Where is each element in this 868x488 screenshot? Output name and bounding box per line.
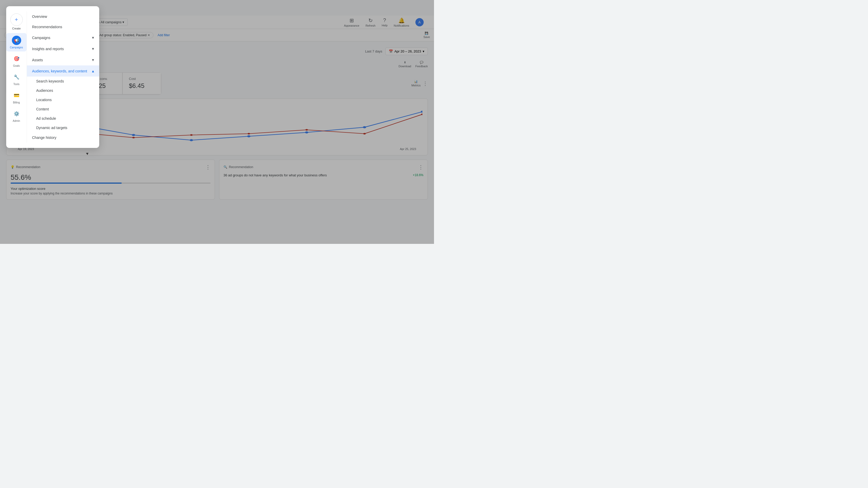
sidebar-item-tools[interactable]: 🔧 Tools — [6, 70, 27, 88]
nav-insights-label: Insights and reports — [32, 47, 64, 51]
panel-inner: + Create 📢 Campaigns 🎯 Goals 🔧 — [6, 11, 99, 143]
tools-label: Tools — [13, 83, 20, 86]
admin-icon-wrap: ⚙️ — [12, 109, 21, 118]
nav-audiences-section[interactable]: Audiences, keywords, and content ▴ — [27, 65, 99, 77]
billing-label: Billing — [13, 101, 20, 104]
admin-label: Admin — [13, 119, 20, 122]
nav-panel: + Create 📢 Campaigns 🎯 Goals 🔧 — [6, 6, 99, 148]
billing-icon-wrap: 💳 — [12, 91, 21, 100]
nav-content[interactable]: Content — [27, 105, 99, 114]
sidebar-item-goals[interactable]: 🎯 Goals — [6, 52, 27, 70]
nav-ad-schedule-label: Ad schedule — [36, 116, 56, 120]
nav-audiences[interactable]: Audiences — [27, 86, 99, 95]
assets-chevron: ▾ — [92, 57, 94, 62]
tools-icon-wrap: 🔧 — [12, 73, 21, 82]
nav-campaigns-label: Campaigns — [32, 36, 51, 40]
tools-icon: 🔧 — [14, 74, 20, 80]
nav-assets-label: Assets — [32, 58, 43, 62]
nav-search-keywords[interactable]: Search keywords — [27, 77, 99, 86]
nav-dynamic-ad-targets-label: Dynamic ad targets — [36, 126, 67, 130]
create-button[interactable]: + — [10, 13, 23, 26]
nav-change-history[interactable]: Change history — [27, 133, 99, 143]
nav-recommendations[interactable]: Recommendations — [27, 22, 99, 32]
nav-insights-reports[interactable]: Insights and reports ▾ — [27, 43, 99, 54]
audiences-chevron: ▴ — [92, 68, 94, 74]
create-label: Create — [10, 27, 23, 30]
campaigns-icon: 📢 — [14, 38, 19, 43]
goals-icon-wrap: 🎯 — [12, 54, 21, 63]
nav-recommendations-label: Recommendations — [32, 25, 62, 29]
nav-content-label: Content — [36, 107, 49, 111]
nav-change-history-label: Change history — [32, 136, 56, 140]
nav-overview[interactable]: Overview — [27, 11, 99, 22]
sidebar-item-billing[interactable]: 💳 Billing — [6, 88, 27, 107]
campaigns-label: Campaigns — [10, 46, 23, 49]
left-sidebar: + Create 📢 Campaigns 🎯 Goals 🔧 — [6, 11, 27, 143]
nav-dynamic-ad-targets[interactable]: Dynamic ad targets — [27, 123, 99, 133]
sidebar-item-campaigns[interactable]: 📢 Campaigns — [6, 33, 27, 52]
nav-overview-label: Overview — [32, 15, 47, 19]
campaigns-icon-wrap: 📢 — [12, 36, 21, 45]
goals-icon: 🎯 — [14, 56, 20, 62]
nav-ad-schedule[interactable]: Ad schedule — [27, 114, 99, 123]
goals-label: Goals — [13, 64, 20, 67]
nav-search-keywords-label: Search keywords — [36, 79, 64, 83]
nav-audiences-label: Audiences, keywords, and content — [32, 69, 87, 73]
nav-assets[interactable]: Assets ▾ — [27, 54, 99, 65]
nav-locations-label: Locations — [36, 98, 52, 102]
nav-audiences-sub-label: Audiences — [36, 88, 53, 93]
right-menu: Overview Recommendations Campaigns ▾ Ins… — [27, 11, 99, 143]
nav-campaigns[interactable]: Campaigns ▾ — [27, 32, 99, 43]
nav-locations[interactable]: Locations — [27, 95, 99, 105]
campaigns-chevron: ▾ — [92, 35, 94, 40]
admin-icon: ⚙️ — [14, 111, 20, 117]
insights-chevron: ▾ — [92, 46, 94, 51]
google-plus-icon: + — [15, 16, 18, 23]
billing-icon: 💳 — [14, 93, 20, 98]
sidebar-item-admin[interactable]: ⚙️ Admin — [6, 107, 27, 125]
